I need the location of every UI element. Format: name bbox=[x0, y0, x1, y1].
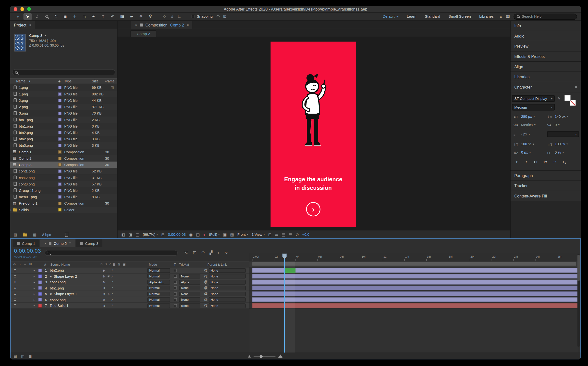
layer-row[interactable]: ⊙▸5★Shape Layer 1⊕✳∕NormalNone@None bbox=[11, 291, 249, 297]
project-item[interactable]: btn2.pngPNG file3 KB bbox=[10, 136, 117, 142]
show-channel-icon[interactable]: ● bbox=[203, 232, 206, 237]
comp-mini-flowchart-icon[interactable]: ⌥ bbox=[184, 250, 188, 255]
panel-tab-character[interactable]: Character ≡ bbox=[511, 82, 581, 92]
quality-toggle[interactable]: ∕ bbox=[112, 303, 113, 307]
timeline-button-icon[interactable]: ▤ bbox=[282, 232, 285, 237]
quality-toggle[interactable]: ∕ bbox=[112, 274, 113, 278]
layer-mode-select[interactable]: Alpha Ad.. bbox=[147, 280, 170, 285]
workspace-grid-icon[interactable]: ▦ bbox=[506, 14, 510, 19]
collapse-transformations-toggle[interactable]: ⊕ bbox=[102, 292, 105, 296]
label-color-swatch[interactable] bbox=[58, 92, 62, 96]
zoom-out-icon[interactable] bbox=[248, 355, 251, 357]
close-window-button[interactable] bbox=[14, 7, 17, 11]
frame-blending-icon[interactable]: ▞ bbox=[210, 250, 213, 255]
new-composition-icon[interactable]: ▦ bbox=[33, 233, 37, 237]
rotate-tool[interactable]: ↻ bbox=[52, 13, 60, 20]
layer-mode-select[interactable]: Normal bbox=[147, 286, 170, 290]
project-item[interactable]: 3.pngPNG file70 KB bbox=[10, 110, 117, 117]
panel-tab-libraries[interactable]: Libraries bbox=[511, 72, 581, 82]
column-parent-link[interactable]: Parent & Link bbox=[208, 262, 227, 266]
timeline-timecode[interactable]: 0:00:00:03 bbox=[14, 248, 41, 254]
project-item[interactable]: cont2.pngPNG file31 KB bbox=[10, 174, 117, 181]
interpret-footage-icon[interactable]: ▥ bbox=[14, 233, 18, 237]
workspace-default[interactable]: Default≡ bbox=[383, 14, 399, 19]
faux-italic-button[interactable]: T bbox=[522, 159, 530, 165]
type-tool[interactable]: T bbox=[99, 13, 107, 20]
timeline-scrollbar-thumb[interactable] bbox=[577, 255, 580, 281]
layer-trkmat-select[interactable]: None bbox=[179, 286, 200, 290]
panel-tab-align[interactable]: Align bbox=[511, 62, 581, 71]
quality-toggle[interactable]: ∕ bbox=[112, 268, 113, 272]
subscript-button[interactable]: T₁ bbox=[560, 159, 568, 165]
panel-tab-paragraph[interactable]: Paragraph bbox=[511, 171, 581, 181]
preserve-transparency-checkbox[interactable] bbox=[174, 275, 177, 278]
brush-tool[interactable]: ✐ bbox=[109, 13, 117, 20]
layer-trkmat-select[interactable]: None bbox=[179, 291, 200, 296]
preserve-transparency-checkbox[interactable] bbox=[174, 304, 177, 307]
layer-parent-select[interactable]: None bbox=[208, 274, 245, 279]
project-item[interactable]: 1.pngPNG file882 KB bbox=[10, 91, 117, 97]
quality-toggle[interactable]: ∕ bbox=[112, 298, 113, 301]
motion-blur-icon[interactable]: ◐ bbox=[218, 250, 220, 255]
label-color-swatch[interactable] bbox=[58, 150, 62, 154]
draft-3d-icon[interactable]: ◳ bbox=[193, 250, 196, 255]
fill-color-swatch[interactable] bbox=[564, 95, 571, 101]
collapse-transformations-toggle[interactable]: ⊕ bbox=[102, 274, 105, 278]
layer-visibility-toggle[interactable]: ⊙ bbox=[14, 292, 17, 295]
font-size-value[interactable]: 280 px bbox=[521, 114, 535, 118]
all-caps-button[interactable]: TT bbox=[532, 159, 539, 165]
eyedropper-icon[interactable]: ✎ bbox=[557, 96, 561, 101]
layer-expand-arrow[interactable]: ▸ bbox=[34, 281, 35, 284]
new-folder-icon[interactable] bbox=[23, 233, 27, 236]
home-tool[interactable]: ⌂ bbox=[14, 13, 22, 20]
expand-arrow-icon[interactable]: ▸ bbox=[11, 209, 12, 211]
project-item[interactable]: btn2.pngPNG file4 KB bbox=[10, 130, 117, 136]
layer-duration-bar[interactable] bbox=[252, 291, 579, 296]
clone-stamp-tool[interactable]: ▩ bbox=[118, 13, 126, 20]
layer-visibility-toggle[interactable]: ⊙ bbox=[14, 298, 17, 301]
project-item[interactable]: ▦Comp 2Composition30 bbox=[10, 155, 117, 161]
project-item[interactable]: cont3.pngPNG file57 KB bbox=[10, 181, 117, 187]
panel-tab-preview[interactable]: Preview bbox=[511, 41, 581, 51]
toggle-transfer-controls-icon[interactable]: ◫ bbox=[21, 354, 24, 358]
eraser-tool[interactable]: ▰ bbox=[127, 13, 136, 20]
label-color-swatch[interactable] bbox=[58, 144, 62, 147]
next-button[interactable]: › bbox=[306, 202, 320, 217]
layer-mode-select[interactable]: Normal bbox=[147, 274, 170, 279]
column-name[interactable]: Name bbox=[16, 79, 25, 83]
pickwhip-icon[interactable]: @ bbox=[204, 298, 208, 301]
label-color-swatch[interactable] bbox=[58, 112, 62, 115]
preserve-transparency-checkbox[interactable] bbox=[174, 269, 177, 272]
workspace-standard[interactable]: Standard bbox=[425, 14, 440, 19]
timeline-tab-comp-1[interactable]: Comp 1 bbox=[13, 239, 39, 247]
layer-label-swatch[interactable] bbox=[38, 268, 42, 272]
label-color-swatch[interactable] bbox=[58, 189, 62, 192]
pickwhip-icon[interactable]: @ bbox=[204, 268, 208, 272]
layer-duration-bar[interactable] bbox=[252, 303, 579, 308]
layer-parent-select[interactable]: None bbox=[208, 297, 245, 302]
toggle-layer-switches-icon[interactable]: ▤ bbox=[14, 354, 17, 358]
layer-duration-bar[interactable] bbox=[252, 280, 579, 284]
snap-to-features-icon[interactable]: ⊡ bbox=[223, 14, 226, 19]
pen-tool[interactable]: ✒ bbox=[90, 13, 98, 20]
graph-editor-icon[interactable]: ∿ bbox=[225, 250, 228, 255]
project-item[interactable]: cont1.pngPNG file52 KB bbox=[10, 168, 117, 174]
collapse-transformations-toggle[interactable]: ⊕ bbox=[102, 298, 105, 301]
work-area-bar[interactable] bbox=[249, 261, 578, 267]
font-family-select[interactable]: SF Compact Display bbox=[512, 95, 555, 102]
hand-tool[interactable]: ☝ bbox=[33, 13, 41, 20]
layer-label-swatch[interactable] bbox=[38, 286, 42, 290]
zoom-in-icon[interactable] bbox=[278, 354, 283, 358]
layer-duration-bar[interactable] bbox=[252, 268, 579, 273]
label-color-swatch[interactable] bbox=[58, 182, 62, 186]
hide-shy-layers-icon[interactable]: ◠ bbox=[201, 250, 205, 255]
local-axis-mode-icon[interactable]: ⊹ bbox=[163, 14, 166, 19]
project-item[interactable]: menu1.pngPNG file8 KB bbox=[10, 194, 117, 200]
collapse-transformations-toggle[interactable]: ⊕ bbox=[102, 268, 105, 272]
layer-parent-select[interactable]: None bbox=[208, 268, 245, 273]
label-color-swatch[interactable] bbox=[58, 105, 62, 109]
panel-menu-icon[interactable]: ≡ bbox=[575, 85, 577, 89]
project-item[interactable]: 2.pngPNG file871 KB bbox=[10, 104, 117, 110]
preserve-transparency-checkbox[interactable] bbox=[174, 292, 177, 295]
layer-trkmat-select[interactable]: None bbox=[179, 274, 200, 279]
